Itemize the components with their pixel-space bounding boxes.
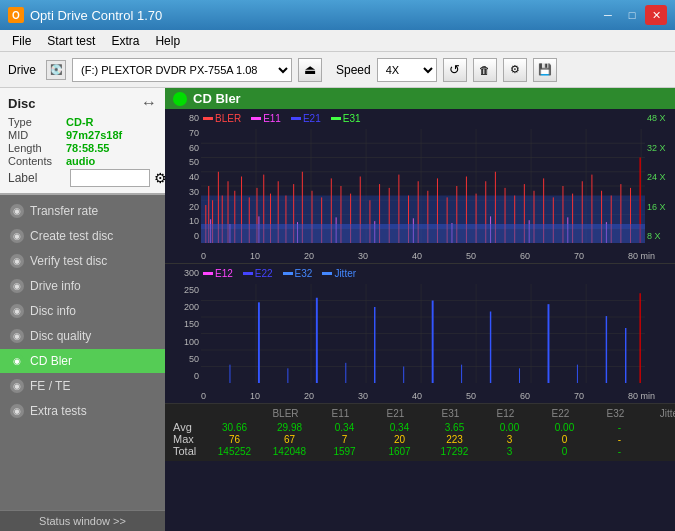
disc-mid-val: 97m27s18f: [66, 129, 122, 141]
jitter-label: Jitter: [334, 268, 356, 279]
disc-label-input[interactable]: [70, 169, 150, 187]
fe-te-icon: ◉: [10, 379, 24, 393]
transfer-rate-icon: ◉: [10, 204, 24, 218]
bottom-chart: E12 E22 E32 Jitter 300 250 2: [165, 264, 675, 404]
disc-quality-icon: ◉: [10, 329, 24, 343]
disc-title: Disc: [8, 96, 35, 111]
sidebar-item-create-test-disc[interactable]: ◉ Create test disc: [0, 224, 165, 248]
disc-refresh-button[interactable]: ↔: [141, 94, 157, 112]
disc-contents-row: Contents audio: [8, 155, 157, 167]
legend-e21: E21: [291, 113, 321, 124]
disc-info-icon: ◉: [10, 304, 24, 318]
verify-test-disc-label: Verify test disc: [30, 254, 107, 268]
svg-rect-79: [201, 224, 645, 243]
title-bar-left: O Opti Drive Control 1.70: [8, 7, 162, 23]
top-x-axis: 0 10 20 30 40 50 60 70 80 min: [201, 251, 655, 261]
toolbar: Drive 💽 (F:) PLEXTOR DVDR PX-755A 1.08 ⏏…: [0, 52, 675, 88]
stats-header-row: BLER E11 E21 E31 E12 E22 E32 Jitter: [173, 408, 675, 419]
legend-e22: E22: [243, 268, 273, 279]
menu-extra[interactable]: Extra: [103, 32, 147, 50]
app-icon: O: [8, 7, 24, 23]
transfer-rate-label: Transfer rate: [30, 204, 98, 218]
menu-help[interactable]: Help: [147, 32, 188, 50]
drive-select[interactable]: (F:) PLEXTOR DVDR PX-755A 1.08: [72, 58, 292, 82]
legend-e11: E11: [251, 113, 281, 124]
sidebar-item-transfer-rate[interactable]: ◉ Transfer rate: [0, 199, 165, 223]
sidebar: Disc ↔ Type CD-R MID 97m27s18f Length 78…: [0, 88, 165, 531]
window-controls: ─ □ ✕: [597, 5, 667, 25]
legend-jitter: Jitter: [322, 268, 356, 279]
bottom-y-axis: 300 250 200 150 100 50 0: [165, 264, 201, 383]
disc-label-row: Label ⚙: [8, 169, 157, 187]
jitter-color: [322, 272, 332, 275]
sidebar-item-cd-bler[interactable]: ◉ CD Bler: [0, 349, 165, 373]
menu-file[interactable]: File: [4, 32, 39, 50]
bottom-chart-svg-container: [201, 284, 645, 383]
stats-content: BLER E11 E21 E31 E12 E22 E32 Jitter Avg …: [173, 408, 667, 457]
e21-color: [291, 117, 301, 120]
legend-e31: E31: [331, 113, 361, 124]
sidebar-item-disc-quality[interactable]: ◉ Disc quality: [0, 324, 165, 348]
create-test-disc-label: Create test disc: [30, 229, 113, 243]
sidebar-item-drive-info[interactable]: ◉ Drive info: [0, 274, 165, 298]
e22-color: [243, 272, 253, 275]
bottom-chart-svg: [201, 284, 645, 383]
menu-start-test[interactable]: Start test: [39, 32, 103, 50]
disc-type-val: CD-R: [66, 116, 94, 128]
drive-info-label: Drive info: [30, 279, 81, 293]
disc-mid-row: MID 97m27s18f: [8, 129, 157, 141]
menu-bar: File Start test Extra Help: [0, 30, 675, 52]
disc-length-val: 78:58.55: [66, 142, 109, 154]
drive-icon: 💽: [46, 60, 66, 80]
top-chart: BLER E11 E21 E31 80 70 60: [165, 109, 675, 264]
extra-tests-label: Extra tests: [30, 404, 87, 418]
e11-color: [251, 117, 261, 120]
status-window-button[interactable]: Status window >>: [0, 510, 165, 531]
sidebar-nav: ◉ Transfer rate ◉ Create test disc ◉ Ver…: [0, 195, 165, 510]
sidebar-item-fe-te[interactable]: ◉ FE / TE: [0, 374, 165, 398]
bottom-x-axis: 0 10 20 30 40 50 60 70 80 min: [201, 391, 655, 401]
svg-rect-15: [201, 196, 645, 229]
eject-button[interactable]: ⏏: [298, 58, 322, 82]
stats-area: BLER E11 E21 E31 E12 E22 E32 Jitter Avg …: [165, 404, 675, 461]
stats-total-row: Total 145252 142048 1597 1607 17292 3 0 …: [173, 445, 675, 457]
save-button[interactable]: 💾: [533, 58, 557, 82]
e32-color: [283, 272, 293, 275]
disc-length-key: Length: [8, 142, 66, 154]
close-button[interactable]: ✕: [645, 5, 667, 25]
sidebar-item-verify-test-disc[interactable]: ◉ Verify test disc: [0, 249, 165, 273]
top-chart-svg: [201, 129, 645, 243]
disc-type-key: Type: [8, 116, 66, 128]
chart-title: CD Bler: [193, 91, 241, 106]
cd-bler-label: CD Bler: [30, 354, 72, 368]
disc-label-key: Label: [8, 171, 66, 185]
legend-e12: E12: [203, 268, 233, 279]
e31-label: E31: [343, 113, 361, 124]
settings-button[interactable]: ⚙: [503, 58, 527, 82]
create-test-disc-icon: ◉: [10, 229, 24, 243]
speed-label: Speed: [336, 63, 371, 77]
e12-label: E12: [215, 268, 233, 279]
verify-test-disc-icon: ◉: [10, 254, 24, 268]
disc-quality-label: Disc quality: [30, 329, 91, 343]
disc-length-row: Length 78:58.55: [8, 142, 157, 154]
chart-header: CD Bler: [165, 88, 675, 109]
sidebar-item-extra-tests[interactable]: ◉ Extra tests: [0, 399, 165, 423]
erase-button[interactable]: 🗑: [473, 58, 497, 82]
minimize-button[interactable]: ─: [597, 5, 619, 25]
window-title: Opti Drive Control 1.70: [30, 8, 162, 23]
disc-contents-val: audio: [66, 155, 95, 167]
e31-color: [331, 117, 341, 120]
disc-contents-key: Contents: [8, 155, 66, 167]
stats-max-row: Max 76 67 7 20 223 3 0 -: [173, 433, 675, 445]
refresh-button[interactable]: ↺: [443, 58, 467, 82]
top-chart-legend: BLER E11 E21 E31: [203, 113, 361, 124]
e12-color: [203, 272, 213, 275]
disc-info-label: Disc info: [30, 304, 76, 318]
bottom-chart-legend: E12 E22 E32 Jitter: [203, 268, 356, 279]
legend-bler: BLER: [203, 113, 241, 124]
restore-button[interactable]: □: [621, 5, 643, 25]
stats-avg-row: Avg 30.66 29.98 0.34 0.34 3.65 0.00 0.00…: [173, 421, 675, 433]
speed-select[interactable]: 4X: [377, 58, 437, 82]
sidebar-item-disc-info[interactable]: ◉ Disc info: [0, 299, 165, 323]
